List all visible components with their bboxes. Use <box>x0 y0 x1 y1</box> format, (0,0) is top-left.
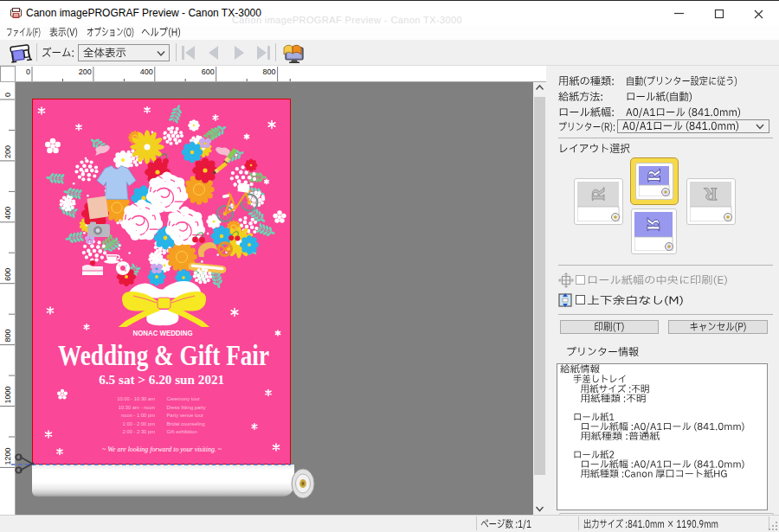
svg-text:6.5 sat > 6.20 sun 2021: 6.5 sat > 6.20 sun 2021 <box>99 373 224 387</box>
svg-text:200: 200 <box>79 67 92 76</box>
svg-text:400: 400 <box>140 67 153 76</box>
svg-text:1000: 1000 <box>3 386 12 403</box>
svg-text:NONAC WEDDING: NONAC WEDDING <box>133 329 193 337</box>
svg-text:400: 400 <box>3 207 12 220</box>
svg-text:0: 0 <box>3 93 12 97</box>
svg-text:0: 0 <box>26 67 30 76</box>
svg-text:800: 800 <box>263 67 276 76</box>
svg-text:200: 200 <box>3 145 12 158</box>
svg-text:600: 600 <box>202 67 215 76</box>
svg-text:600: 600 <box>3 268 12 281</box>
svg-text:~ We are looking forward to yo: ~ We are looking forward to your visitin… <box>102 445 222 453</box>
svg-text:800: 800 <box>3 330 12 343</box>
svg-text:Wedding & Gift Fair: Wedding & Gift Fair <box>58 339 269 371</box>
